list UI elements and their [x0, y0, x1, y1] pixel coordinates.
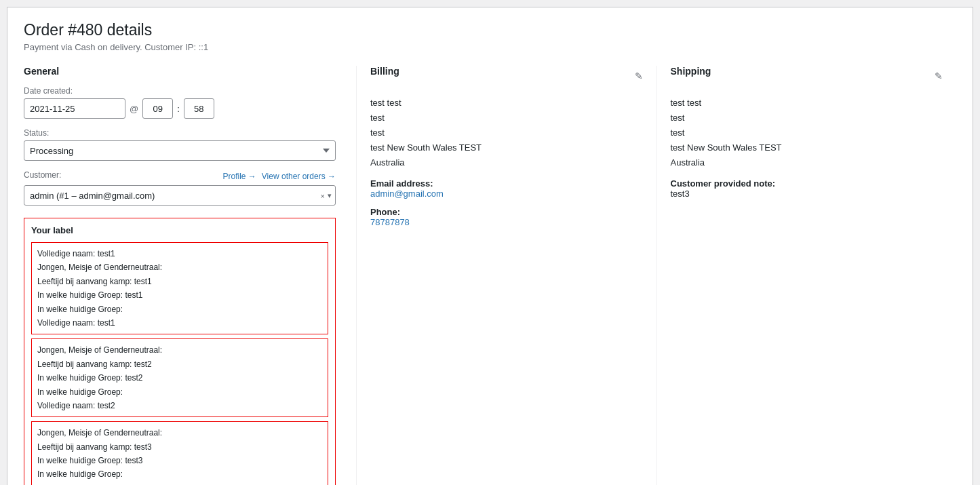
- billing-email-group: Email address: admin@gmail.com: [370, 178, 643, 199]
- hour-input[interactable]: [142, 98, 173, 119]
- billing-address-line-5: Australia: [370, 155, 643, 170]
- general-section-title: General: [24, 66, 336, 77]
- page-wrapper: Order #480 details Payment via Cash on d…: [7, 7, 973, 485]
- label-line: Jongen, Meisje of Genderneutraal:: [37, 426, 322, 440]
- shipping-section: Shipping ✎ test test test test test New …: [656, 66, 957, 485]
- billing-address-line-1: test test: [370, 96, 643, 111]
- shipping-address-line-2: test: [671, 111, 943, 125]
- billing-phone-label: Phone:: [370, 207, 643, 217]
- billing-email-link[interactable]: admin@gmail.com: [370, 189, 444, 199]
- shipping-address-line-1: test test: [671, 96, 943, 111]
- label-line: Jongen, Meisje of Genderneutraal:: [37, 343, 322, 357]
- view-orders-link[interactable]: View other orders →: [262, 172, 336, 181]
- label-line: Jongen, Meisje of Genderneutraal:: [37, 260, 322, 274]
- label-line: Volledige naam: test1: [37, 247, 322, 260]
- shipping-address-line-5: Australia: [671, 155, 943, 170]
- billing-phone-group: Phone: 78787878: [370, 207, 643, 227]
- status-select[interactable]: Pending payment Processing On hold Compl…: [24, 140, 336, 161]
- label-line: In welke huidige Groep: test3: [37, 454, 322, 467]
- at-symbol: @: [130, 104, 138, 114]
- status-select-wrapper: Pending payment Processing On hold Compl…: [24, 140, 336, 161]
- label-line: In welke huidige Groep: test2: [37, 371, 322, 385]
- label-group-1: Volledige naam: test1 Jongen, Meisje of …: [31, 242, 328, 334]
- customer-label: Customer:: [24, 170, 61, 180]
- shipping-note-label: Customer provided note:: [671, 178, 943, 189]
- label-line: In welke huidige Groep:: [37, 467, 322, 481]
- your-label-title: Your label: [31, 225, 328, 235]
- page-title: Order #480 details: [24, 21, 956, 39]
- label-line: In welke huidige Groep:: [37, 303, 322, 316]
- page-subtitle: Payment via Cash on delivery. Customer I…: [24, 42, 956, 52]
- label-line: Leeftijd bij aanvang kamp: test2: [37, 357, 322, 371]
- minute-input[interactable]: [184, 98, 214, 119]
- label-line: Leeftijd bij aanvang kamp: test1: [37, 275, 322, 288]
- label-line: Volledige naam: test1: [37, 316, 322, 330]
- billing-email-label: Email address:: [370, 178, 643, 189]
- label-line: Volledige naam: test2: [37, 399, 322, 412]
- shipping-address-line-4: test New South Wales TEST: [671, 140, 943, 155]
- shipping-address: test test test test test New South Wales…: [671, 96, 943, 170]
- label-line: Leeftijd bij aanvang kamp: test3: [37, 440, 322, 454]
- billing-address-line-2: test: [370, 111, 643, 125]
- shipping-edit-icon[interactable]: ✎: [935, 71, 943, 81]
- billing-section-title: Billing: [370, 66, 399, 77]
- billing-phone-link[interactable]: 78787878: [370, 217, 410, 227]
- profile-link[interactable]: Profile →: [222, 172, 256, 181]
- general-section: General Date created: @ : Status: Pendin…: [24, 66, 356, 485]
- customer-select[interactable]: admin (#1 – admin@gmail.com): [24, 185, 336, 206]
- date-input[interactable]: [24, 98, 125, 119]
- your-label-section: Your label Volledige naam: test1 Jongen,…: [24, 218, 336, 485]
- time-separator: :: [177, 104, 180, 114]
- shipping-note-value: test3: [671, 189, 943, 199]
- status-label: Status:: [24, 128, 336, 138]
- billing-address: test test test test test New South Wales…: [370, 96, 643, 170]
- billing-section: Billing ✎ test test test test test New S…: [356, 66, 656, 485]
- label-line: In welke huidige Groep:: [37, 385, 322, 399]
- shipping-note-group: Customer provided note: test3: [671, 178, 943, 199]
- main-grid: General Date created: @ : Status: Pendin…: [24, 66, 956, 485]
- billing-section-header: Billing ✎: [370, 66, 643, 86]
- billing-address-line-4: test New South Wales TEST: [370, 140, 643, 155]
- shipping-section-title: Shipping: [671, 66, 711, 77]
- shipping-section-header: Shipping ✎: [671, 66, 943, 86]
- billing-address-line-3: test: [370, 125, 643, 140]
- date-row: @ :: [24, 98, 336, 119]
- date-label: Date created:: [24, 86, 336, 96]
- customer-row: Customer: Profile → View other orders →: [24, 170, 336, 182]
- label-group-3: Jongen, Meisje of Genderneutraal: Leefti…: [31, 421, 328, 485]
- label-group-2: Jongen, Meisje of Genderneutraal: Leefti…: [31, 338, 328, 417]
- customer-links: Profile → View other orders →: [222, 172, 336, 181]
- shipping-address-line-3: test: [671, 125, 943, 140]
- customer-select-wrapper: admin (#1 – admin@gmail.com) × ▾: [24, 185, 336, 206]
- label-line: In welke huidige Groep: test1: [37, 288, 322, 302]
- billing-edit-icon[interactable]: ✎: [635, 71, 643, 81]
